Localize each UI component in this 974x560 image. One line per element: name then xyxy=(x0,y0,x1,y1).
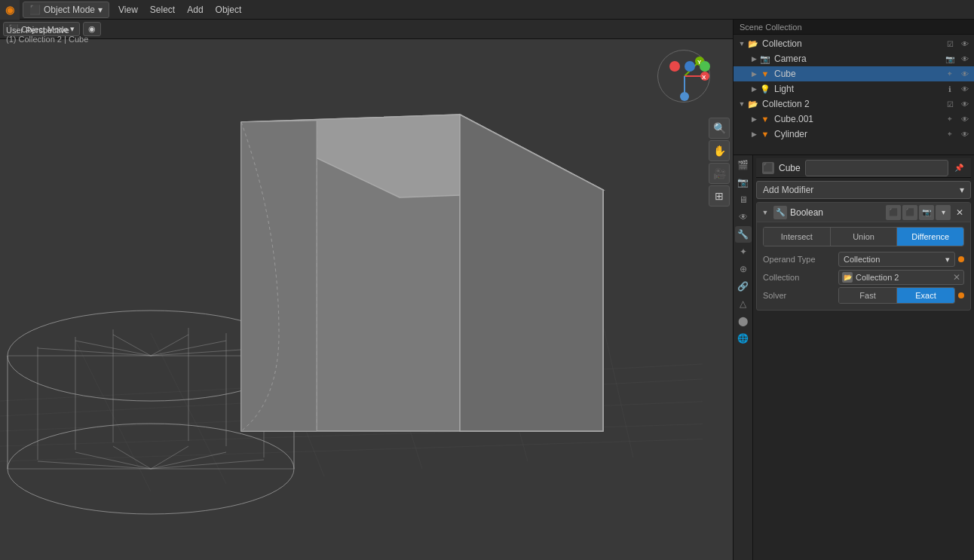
outliner-row-collection2[interactable]: ▼ 📂 Collection 2 ☑ 👁 xyxy=(734,96,974,112)
solver-dot xyxy=(958,292,964,298)
collection-field-icon: 📂 xyxy=(842,272,853,283)
collection2-checkbox[interactable]: ☑ xyxy=(944,98,956,110)
exact-btn[interactable]: Exact xyxy=(897,288,954,303)
collection-label: Collection xyxy=(762,38,944,49)
collection2-eye[interactable]: 👁 xyxy=(959,98,971,110)
properties-search-header: ⬛ Cube 📌 xyxy=(756,158,971,178)
union-btn[interactable]: Union xyxy=(831,228,898,246)
properties-object-name: Cube xyxy=(779,163,801,173)
difference-btn[interactable]: Difference xyxy=(897,228,963,246)
menu-view[interactable]: View xyxy=(112,0,144,20)
zoom-tool[interactable]: 🔍 xyxy=(709,118,730,139)
svg-line-10 xyxy=(603,326,633,457)
app-logo: ◉ xyxy=(0,0,20,20)
modifier-close-btn[interactable]: ✕ xyxy=(952,205,967,220)
outliner-row-cube[interactable]: ▶ ▼ Cube ⌖ 👁 xyxy=(734,66,974,81)
camera-actions: 📷 👁 xyxy=(944,53,971,65)
collection2-actions: ☑ 👁 xyxy=(944,98,971,110)
modifier-dropdown-btn[interactable]: ▾ xyxy=(936,205,951,220)
svg-line-25 xyxy=(151,335,188,356)
main-area: ⬛ Object Mode ▾ ◉ xyxy=(0,20,974,560)
operand-type-label: Operand Type xyxy=(763,255,838,264)
outliner-header: Scene Collection xyxy=(734,20,974,35)
toggle-collection2[interactable]: ▼ xyxy=(737,99,747,109)
cylinder-eye[interactable]: 👁 xyxy=(959,128,971,140)
toggle-light[interactable]: ▶ xyxy=(749,84,759,94)
light-eye[interactable]: 👁 xyxy=(959,83,971,95)
collection-row: Collection 📂 Collection 2 ✕ xyxy=(763,269,964,286)
prop-btn-scene[interactable]: 🎬 xyxy=(735,157,752,173)
intersect-btn[interactable]: Intersect xyxy=(764,228,831,246)
collection-checkbox[interactable]: ☑ xyxy=(944,38,956,50)
camera-eye[interactable]: 👁 xyxy=(959,53,971,65)
viewport-shading-btn[interactable]: ◉ xyxy=(83,22,101,36)
camera-icon-small: 📷 xyxy=(944,53,956,65)
move-tool[interactable]: ✋ xyxy=(709,140,730,161)
menu-select[interactable]: Select xyxy=(144,0,181,20)
prop-btn-output[interactable]: 🖥 xyxy=(735,191,752,208)
svg-point-50 xyxy=(680,92,689,101)
properties-icon: ⬛ xyxy=(762,162,774,174)
outliner-row-cube001[interactable]: ▶ ▼ Cube.001 ⌖ 👁 xyxy=(734,112,974,127)
properties-sidebar: 🎬 📷 🖥 👁 🔧 ✦ ⊕ 🔗 △ ⬤ 🌐 xyxy=(734,155,753,560)
cube001-label: Cube.001 xyxy=(774,114,944,124)
properties-panel: 🎬 📷 🖥 👁 🔧 ✦ ⊕ 🔗 △ ⬤ 🌐 ⬛ Cube 📌 xyxy=(734,155,974,560)
collection-icon: 📂 xyxy=(747,38,759,50)
add-modifier-row: Add Modifier ▾ xyxy=(756,181,971,199)
outliner-row-camera[interactable]: ▶ 📷 Camera 📷 👁 xyxy=(734,51,974,66)
camera-tool[interactable]: 🎥 xyxy=(709,163,730,184)
toggle-cube001[interactable]: ▶ xyxy=(749,114,759,124)
modifier-expand[interactable]: ▼ xyxy=(760,207,770,218)
mode-selector[interactable]: ⬛ Object Mode ▾ xyxy=(23,2,109,18)
prop-btn-material[interactable]: ⬤ xyxy=(735,313,752,329)
outliner-row-light[interactable]: ▶ 💡 Light ℹ 👁 xyxy=(734,81,974,96)
outliner-row-collection[interactable]: ▼ 📂 Collection ☑ 👁 xyxy=(734,36,974,51)
outliner-row-cylinder[interactable]: ▶ ▼ Cylinder ⌖ 👁 xyxy=(734,127,974,142)
toggle-camera[interactable]: ▶ xyxy=(749,54,759,64)
collection-eye[interactable]: 👁 xyxy=(959,38,971,50)
menu-object[interactable]: Object xyxy=(210,0,248,20)
properties-search[interactable] xyxy=(805,160,948,176)
outliner-content: ▼ 📂 Collection ☑ 👁 ▶ 📷 Camera 📷 👁 xyxy=(734,35,974,143)
prop-btn-view[interactable]: 👁 xyxy=(735,209,752,225)
svg-line-4 xyxy=(0,439,703,461)
light-label: Light xyxy=(774,84,944,94)
prop-btn-object-data[interactable]: △ xyxy=(735,295,752,312)
toggle-cylinder[interactable]: ▶ xyxy=(749,129,759,139)
toggle-collection[interactable]: ▼ xyxy=(737,38,747,49)
collection-field-label: Collection xyxy=(763,273,838,282)
modifier-realtime-btn[interactable]: ⬛ xyxy=(886,205,901,220)
prop-btn-particles[interactable]: ✦ xyxy=(735,243,752,260)
collection-field-clear[interactable]: ✕ xyxy=(953,272,960,283)
modifier-render-btn[interactable]: ⬛ xyxy=(902,205,917,220)
grid-tool[interactable]: ⊞ xyxy=(709,185,730,207)
view-dropdown-icon: ▾ xyxy=(70,24,75,34)
view-options-btn[interactable]: ⬛ Object Mode ▾ xyxy=(3,22,80,36)
cube-eye[interactable]: 👁 xyxy=(959,68,971,80)
outliner: Scene Collection ▼ 📂 Collection ☑ 👁 ▶ 📷 xyxy=(734,20,974,155)
operand-type-text: Collection xyxy=(844,255,880,264)
add-modifier-label: Add Modifier xyxy=(763,185,813,195)
viewport-gizmo[interactable]: Y X xyxy=(657,50,710,103)
cylinder-restrict: ⌖ xyxy=(944,128,956,140)
prop-btn-world[interactable]: 🌐 xyxy=(735,330,752,347)
prop-btn-constraints[interactable]: 🔗 xyxy=(735,278,752,295)
cube-icon: ▼ xyxy=(759,68,771,80)
outliner-title: Scene Collection xyxy=(740,23,802,32)
cube001-eye[interactable]: 👁 xyxy=(959,113,971,125)
operand-type-value[interactable]: Collection ▾ xyxy=(838,252,955,267)
collection-field[interactable]: 📂 Collection 2 ✕ xyxy=(838,270,964,285)
modifier-camera-btn[interactable]: 📷 xyxy=(919,205,934,220)
prop-btn-render[interactable]: 📷 xyxy=(735,174,752,191)
fast-btn[interactable]: Fast xyxy=(839,288,897,303)
toggle-cube[interactable]: ▶ xyxy=(749,69,759,79)
menu-add[interactable]: Add xyxy=(181,0,209,20)
pin-icon[interactable]: 📌 xyxy=(953,162,965,174)
viewport[interactable]: ⬛ Object Mode ▾ ◉ xyxy=(0,20,733,560)
add-modifier-button[interactable]: Add Modifier ▾ xyxy=(756,181,971,199)
modifier-body: Intersect Union Difference Operand Type … xyxy=(757,222,970,310)
prop-btn-modifier[interactable]: 🔧 xyxy=(735,226,752,243)
modifier-actions: ⬛ ⬛ 📷 ▾ ✕ xyxy=(886,205,967,220)
prop-btn-physics[interactable]: ⊕ xyxy=(735,261,752,277)
color-dot-blue xyxy=(685,61,695,72)
